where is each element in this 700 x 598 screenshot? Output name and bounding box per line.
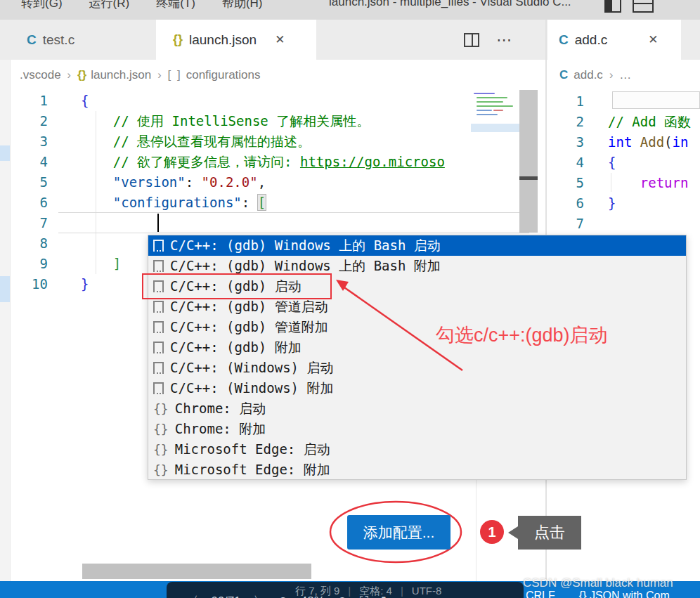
suggest-item[interactable]: {}Microsoft Edge: 启动 [148, 439, 686, 460]
tab-label: launch.json [189, 32, 257, 48]
suggest-item[interactable]: {}Chrome: 启动 [148, 398, 686, 419]
breadcrumb[interactable]: .vscode › {} launch.json › [ ] configura… [11, 60, 538, 90]
braces-icon: {} [153, 401, 169, 416]
suggest-item-label: Microsoft Edge: 附加 [175, 461, 330, 479]
text-cursor [157, 214, 159, 232]
split-editor-icon[interactable] [464, 33, 479, 47]
status-right-items[interactable]: CRLF{} JSON with Com [526, 590, 670, 598]
code-token: https://go.microso [300, 154, 445, 169]
status-item[interactable]: UTF-8 [412, 585, 442, 598]
snippet-icon [153, 382, 164, 394]
close-icon[interactable]: ✕ [275, 32, 285, 47]
breadcrumb[interactable]: C add.c › … [547, 60, 700, 90]
code-token: [ [258, 195, 266, 210]
viewer-controls[interactable]: 〈 66/71 〉 ⊖ 48% ⊕ ⛶ ↻ [186, 593, 391, 598]
suggest-item[interactable]: C/C++: (Windows) 启动 [148, 358, 686, 378]
code-token: return [640, 175, 689, 190]
zoom-out-icon[interactable]: ⊖ [278, 594, 288, 598]
snippet-icon [153, 362, 164, 374]
title-bar: 转到(G)运行(R)终端(T)帮助(H) launch.json - multi… [0, 0, 700, 20]
suggest-item-label: C/C++: (gdb) 附加 [170, 339, 302, 357]
scrollbar-divider [519, 176, 538, 180]
breadcrumb-folder[interactable]: .vscode [20, 68, 61, 82]
snippet-icon [153, 342, 164, 353]
code-token [81, 256, 113, 271]
fit-icon[interactable]: ⛶ [360, 594, 368, 598]
line-number: 1 [11, 91, 48, 111]
suggest-item[interactable]: C/C++: (Windows) 附加 [148, 378, 686, 398]
watermark: CSDN @Small black human [523, 576, 673, 590]
minimap-viewport[interactable] [471, 124, 520, 132]
line-number: 6 [11, 193, 48, 213]
add-configuration-button[interactable]: 添加配置... [347, 515, 451, 550]
breadcrumb-file[interactable]: launch.json [91, 68, 151, 82]
vertical-scrollbar[interactable] [519, 90, 538, 233]
c-file-icon: C [559, 68, 568, 82]
zoom-in-icon[interactable]: ⊕ [337, 594, 347, 598]
status-item[interactable]: CRLF [526, 590, 555, 598]
window-edge-strip [0, 60, 11, 581]
braces-icon: {} [153, 462, 169, 477]
rotate-icon[interactable]: ↻ [381, 594, 391, 598]
menu-item[interactable]: 终端(T) [156, 0, 195, 11]
line-number: 9 [11, 254, 48, 274]
code-line: } [81, 274, 89, 294]
c-file-icon: C [559, 32, 569, 48]
current-line-highlight [612, 91, 700, 109]
annotation-red-box [142, 273, 332, 299]
more-actions-icon[interactable]: ⋯ [496, 31, 512, 49]
image-viewer-toolbar: 行 7, 列 9|空格: 4|UTF-8 〈 66/71 〉 ⊖ 48% ⊕ ⛶… [167, 582, 524, 598]
separator: | [401, 585, 403, 598]
suggest-item[interactable]: {}Chrome: 附加 [148, 419, 686, 439]
editor-actions: ⋯ [464, 20, 512, 60]
menu-item[interactable]: 转到(G) [21, 0, 63, 11]
code-line: } [608, 193, 616, 214]
code-token: ( [664, 134, 672, 150]
tab-launch-json[interactable]: {} launch.json ✕ [156, 20, 316, 60]
menu-item[interactable]: 帮助(H) [222, 0, 263, 11]
array-icon: [ ] [168, 68, 182, 82]
suggest-item[interactable]: {}Microsoft Edge: 附加 [148, 460, 686, 480]
json-file-icon: {} [173, 32, 183, 47]
status-item[interactable]: {} JSON with Com [579, 590, 670, 598]
step-badge: 1 [480, 520, 504, 544]
line-number: 2 [547, 112, 584, 132]
suggest-item-label: C/C++: (gdb) 管道附加 [170, 318, 328, 337]
layout-panel-icon[interactable] [633, 0, 654, 13]
breadcrumb-rest[interactable]: … [619, 68, 631, 82]
breadcrumb-file[interactable]: add.c [573, 68, 603, 82]
code-token: in [673, 134, 689, 150]
tooltip-arrow [508, 526, 518, 539]
suggest-item-label: C/C++: (Windows) 附加 [170, 379, 333, 398]
suggest-item[interactable]: C/C++: (gdb) 管道启动 [148, 297, 686, 317]
suggest-widget: C/C++: (gdb) Windows 上的 Bash 启动C/C++: (g… [148, 235, 687, 480]
code-line: // Add 函数 [608, 112, 691, 132]
menu-item[interactable]: 运行(R) [89, 0, 130, 11]
current-line-highlight [58, 212, 529, 233]
tab-add-c[interactable]: C add.c ✕ [547, 20, 681, 60]
code-token: { [608, 155, 616, 170]
tab-test-c[interactable]: C test.c [0, 20, 156, 60]
code-token: Add [640, 134, 664, 150]
close-icon[interactable]: ✕ [648, 32, 658, 47]
layout-sidebar-icon[interactable] [604, 0, 621, 13]
code-line: { [608, 152, 616, 173]
divider-line [476, 480, 477, 581]
next-icon[interactable]: 〉 [254, 593, 266, 598]
chevron-right-icon: › [157, 69, 161, 82]
suggest-item[interactable]: C/C++: (gdb) Windows 上的 Bash 启动 [148, 235, 686, 256]
strip-highlight [0, 145, 10, 161]
code-token: // 使用 IntelliSense 了解相关属性。 [81, 113, 370, 129]
code-token: int [608, 134, 632, 150]
breadcrumb-node[interactable]: configurations [186, 68, 261, 82]
line-number: 10 [11, 274, 48, 294]
json-file-icon: {} [77, 68, 86, 82]
line-number: 7 [11, 213, 48, 233]
code-token [632, 134, 640, 150]
prev-icon[interactable]: 〈 [186, 593, 198, 598]
click-tooltip: 点击 [518, 516, 581, 550]
suggest-item-label: Chrome: 启动 [175, 400, 266, 418]
line-number: 1 [547, 91, 584, 112]
horizontal-scrollbar[interactable] [82, 564, 311, 579]
tab-label: test.c [43, 32, 74, 48]
